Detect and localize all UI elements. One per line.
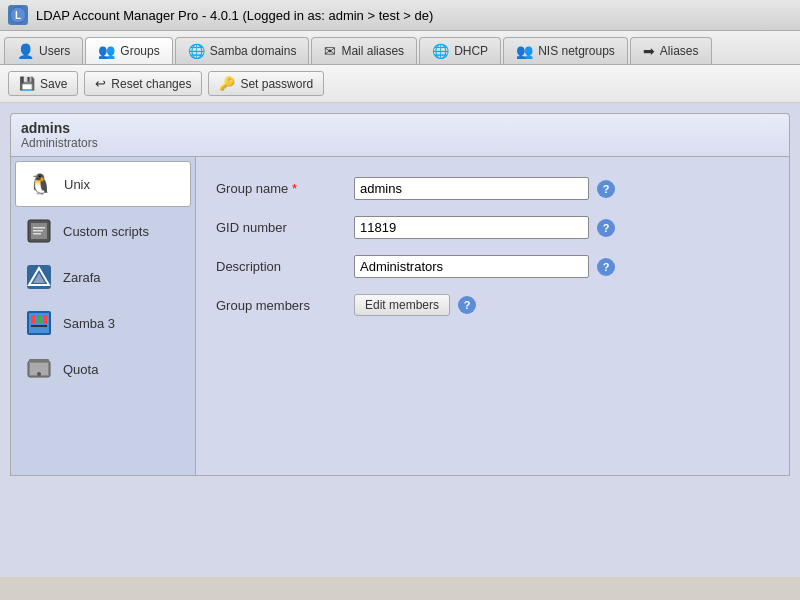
tab-users[interactable]: 👤 Users: [4, 37, 83, 64]
gid-number-row: GID number ?: [216, 216, 769, 239]
gid-input[interactable]: [354, 216, 589, 239]
tab-samba[interactable]: 🌐 Samba domains: [175, 37, 310, 64]
sidebar-item-custom-scripts[interactable]: Custom scripts: [15, 209, 191, 253]
svg-rect-6: [33, 233, 41, 235]
edit-members-button[interactable]: Edit members: [354, 294, 450, 316]
svg-rect-5: [33, 230, 43, 232]
samba-icon: 🌐: [188, 43, 205, 59]
tab-bar: 👤 Users 👥 Groups 🌐 Samba domains ✉ Mail …: [0, 31, 800, 65]
group-subtitle: Administrators: [21, 136, 779, 150]
app-title: LDAP Account Manager Pro - 4.0.1 (Logged…: [36, 8, 433, 23]
description-input[interactable]: [354, 255, 589, 278]
tab-dhcp[interactable]: 🌐 DHCP: [419, 37, 501, 64]
main-content: admins Administrators 🐧 Unix: [0, 103, 800, 577]
description-help-icon[interactable]: ?: [597, 258, 615, 276]
title-bar: L LDAP Account Manager Pro - 4.0.1 (Logg…: [0, 0, 800, 31]
gid-help-icon[interactable]: ?: [597, 219, 615, 237]
sidebar-item-unix[interactable]: 🐧 Unix: [15, 161, 191, 207]
description-row: Description ?: [216, 255, 769, 278]
svg-rect-4: [33, 227, 45, 229]
gid-label: GID number: [216, 220, 346, 235]
custom-scripts-icon: [23, 215, 55, 247]
members-help-icon[interactable]: ?: [458, 296, 476, 314]
users-icon: 👤: [17, 43, 34, 59]
svg-rect-12: [31, 315, 35, 323]
reset-icon: ↩: [95, 76, 106, 91]
sidebar-item-zarafa[interactable]: Zarafa: [15, 255, 191, 299]
toolbar: 💾 Save ↩ Reset changes 🔑 Set password: [0, 65, 800, 103]
tab-aliases[interactable]: ➡ Aliases: [630, 37, 712, 64]
save-icon: 💾: [19, 76, 35, 91]
svg-point-18: [37, 372, 41, 376]
set-password-button[interactable]: 🔑 Set password: [208, 71, 324, 96]
tab-nis[interactable]: 👥 NIS netgroups: [503, 37, 628, 64]
svg-rect-13: [37, 315, 41, 323]
aliases-icon: ➡: [643, 43, 655, 59]
samba3-icon: [23, 307, 55, 339]
group-name-help-icon[interactable]: ?: [597, 180, 615, 198]
form-area: Group name * ? GID number ? Description …: [196, 157, 789, 475]
svg-text:L: L: [15, 10, 21, 21]
quota-icon: [23, 353, 55, 385]
groups-icon: 👥: [98, 43, 115, 59]
tab-groups[interactable]: 👥 Groups: [85, 37, 172, 64]
sidebar: 🐧 Unix Custom scripts: [11, 157, 196, 475]
unix-icon: 🐧: [24, 168, 56, 200]
group-name-label: Group name *: [216, 181, 346, 196]
mail-icon: ✉: [324, 43, 336, 59]
svg-rect-15: [31, 325, 47, 327]
save-button[interactable]: 💾 Save: [8, 71, 78, 96]
app-icon: L: [8, 5, 28, 25]
nis-icon: 👥: [516, 43, 533, 59]
group-name-row: Group name * ?: [216, 177, 769, 200]
sidebar-item-quota[interactable]: Quota: [15, 347, 191, 391]
group-members-row: Group members Edit members ?: [216, 294, 769, 316]
group-title: admins: [21, 120, 779, 136]
sidebar-item-samba3[interactable]: Samba 3: [15, 301, 191, 345]
reset-button[interactable]: ↩ Reset changes: [84, 71, 202, 96]
group-name-input[interactable]: [354, 177, 589, 200]
password-icon: 🔑: [219, 76, 235, 91]
group-header: admins Administrators: [10, 113, 790, 156]
zarafa-icon: [23, 261, 55, 293]
dhcp-icon: 🌐: [432, 43, 449, 59]
group-members-label: Group members: [216, 298, 346, 313]
description-label: Description: [216, 259, 346, 274]
svg-rect-19: [29, 359, 49, 362]
svg-rect-14: [43, 315, 47, 323]
required-indicator: *: [292, 181, 297, 196]
tab-mail[interactable]: ✉ Mail aliases: [311, 37, 417, 64]
group-panel: 🐧 Unix Custom scripts: [10, 156, 790, 476]
